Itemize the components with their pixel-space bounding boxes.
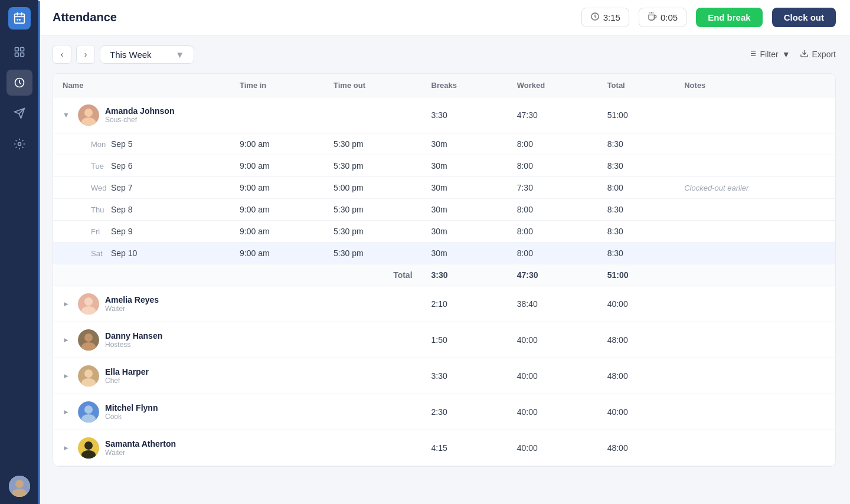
time-out-cell xyxy=(324,322,421,358)
day-row: Tue Sep 6 9:00 am5:30 pm30m8:008:30 xyxy=(53,155,835,177)
time-in-cell: 9:00 am xyxy=(230,155,324,177)
expand-icon[interactable]: ► xyxy=(63,336,72,344)
time-out-cell xyxy=(324,286,421,322)
time-in-cell: 9:00 am xyxy=(230,243,324,264)
filter-button[interactable]: Filter ▼ xyxy=(748,49,790,60)
notes-cell: Clocked-out earlier xyxy=(675,177,835,199)
breaks-cell: 30m xyxy=(422,243,508,264)
total-label: Total xyxy=(324,264,421,286)
toolbar-left: ‹ › This Week ▼ xyxy=(53,45,194,64)
employee-name: Danny Hansen xyxy=(105,331,162,341)
breaks-cell: 30m xyxy=(422,155,508,177)
day-row: Sat Sep 10 9:00 am5:30 pm30m8:008:30 xyxy=(53,243,835,264)
employee-avatar xyxy=(78,401,99,423)
time-out-cell: 5:30 pm xyxy=(324,243,421,264)
employee-role: Waiter xyxy=(105,305,159,313)
time-out-cell: 5:30 pm xyxy=(324,155,421,177)
col-time-in: Time in xyxy=(230,74,324,97)
svg-point-27 xyxy=(84,109,93,117)
sidebar-item-settings[interactable] xyxy=(6,131,32,157)
sidebar-item-attendance[interactable] xyxy=(6,70,32,96)
worked-cell: 8:00 xyxy=(508,155,598,177)
total-cell: 8:30 xyxy=(598,155,675,177)
col-name: Name xyxy=(53,74,230,97)
time-in-cell xyxy=(230,286,324,322)
main-content: Attendance 3:15 0:05 xyxy=(38,0,850,504)
week-label: This Week xyxy=(110,50,152,60)
employee-avatar xyxy=(78,293,99,315)
clock-out-button[interactable]: Clock out xyxy=(772,8,836,27)
employee-name: Mitchel Flynn xyxy=(105,403,158,413)
total-cell: 8:30 xyxy=(598,221,675,243)
svg-rect-4 xyxy=(17,19,18,21)
worked-cell: 47:30 xyxy=(508,97,598,133)
work-time-value: 3:15 xyxy=(603,12,620,22)
breaks-cell: 30m xyxy=(422,133,508,155)
clock-icon xyxy=(590,12,600,23)
employee-role: Hostess xyxy=(105,341,162,349)
expand-icon[interactable]: ► xyxy=(63,444,72,452)
employee-total-row: Total 3:30 47:30 51:00 xyxy=(53,264,835,286)
svg-point-11 xyxy=(18,143,21,146)
time-in-cell xyxy=(230,97,324,133)
app-logo xyxy=(8,7,31,30)
time-in-cell xyxy=(230,322,324,358)
time-in-cell xyxy=(230,430,324,466)
employee-name: Ella Harper xyxy=(105,367,149,377)
worked-cell: 40:00 xyxy=(508,430,598,466)
breaks-cell: 30m xyxy=(422,199,508,221)
total-total: 51:00 xyxy=(598,264,675,286)
attendance-table-container: Name Time in Time out Breaks Worked Tota… xyxy=(53,73,836,467)
worked-cell: 8:00 xyxy=(508,243,598,264)
prev-week-button[interactable]: ‹ xyxy=(53,45,71,64)
employee-row: ► Ella Harper Chef 3:3040:0048:00 xyxy=(53,358,835,394)
export-button[interactable]: Export xyxy=(800,49,836,60)
employee-avatar xyxy=(78,329,99,351)
table-header-row: Name Time in Time out Breaks Worked Tota… xyxy=(53,74,835,97)
svg-point-33 xyxy=(84,333,93,342)
svg-rect-8 xyxy=(15,53,18,57)
notes-cell xyxy=(675,155,835,177)
worked-cell: 40:00 xyxy=(508,358,598,394)
time-out-cell xyxy=(324,430,421,466)
notes-cell xyxy=(675,430,835,466)
employee-role: Chef xyxy=(105,377,149,385)
total-cell: 8:30 xyxy=(598,243,675,264)
collapse-icon[interactable]: ▼ xyxy=(63,111,72,119)
time-in-cell: 9:00 am xyxy=(230,199,324,221)
sidebar-item-dashboard[interactable] xyxy=(6,39,32,65)
expand-icon[interactable]: ► xyxy=(63,372,72,380)
employee-row: ► Mitchel Flynn Cook 2:3040:0040:00 xyxy=(53,394,835,430)
employee-avatar xyxy=(78,365,99,387)
notes-cell xyxy=(675,243,835,264)
employee-row: ▼ Amanda Johnson Sous-chef 3:3047:3051:0… xyxy=(53,97,835,133)
week-selector[interactable]: This Week ▼ xyxy=(100,45,194,64)
time-in-cell: 9:00 am xyxy=(230,177,324,199)
sidebar-item-travel[interactable] xyxy=(6,100,32,126)
toolbar-right: Filter ▼ Export xyxy=(748,49,836,60)
sidebar xyxy=(0,0,38,504)
export-icon xyxy=(800,49,809,60)
total-cell: 40:00 xyxy=(598,394,675,430)
total-cell: 8:30 xyxy=(598,133,675,155)
user-avatar[interactable] xyxy=(9,476,30,497)
filter-icon xyxy=(748,49,757,60)
total-cell: 8:00 xyxy=(598,177,675,199)
col-worked: Worked xyxy=(508,74,598,97)
breaks-cell: 30m xyxy=(422,221,508,243)
expand-icon[interactable]: ► xyxy=(63,408,72,416)
time-out-cell: 5:00 pm xyxy=(324,177,421,199)
svg-point-42 xyxy=(84,441,93,450)
topbar: Attendance 3:15 0:05 xyxy=(38,0,850,35)
end-break-button[interactable]: End break xyxy=(696,8,763,27)
total-worked: 47:30 xyxy=(508,264,598,286)
day-label: Sat Sep 10 xyxy=(63,248,137,258)
employee-row: ► Amelia Reyes Waiter 2:1038:4040:00 xyxy=(53,286,835,322)
worked-cell: 8:00 xyxy=(508,133,598,155)
svg-rect-0 xyxy=(14,14,24,24)
time-out-cell: 5:30 pm xyxy=(324,133,421,155)
expand-icon[interactable]: ► xyxy=(63,300,72,308)
note-text: Clocked-out earlier xyxy=(684,184,748,192)
worked-cell: 40:00 xyxy=(508,394,598,430)
next-week-button[interactable]: › xyxy=(76,45,95,64)
